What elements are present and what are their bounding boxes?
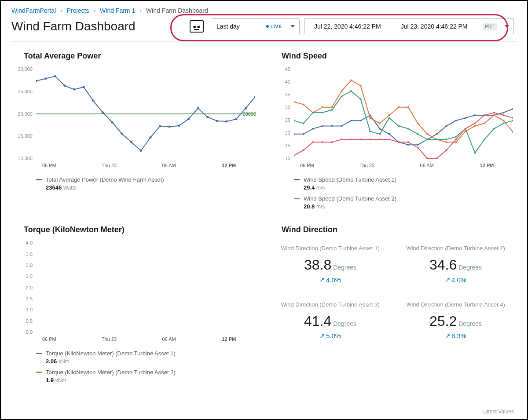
svg-point-54	[445, 125, 447, 127]
svg-point-83	[493, 114, 495, 116]
svg-point-94	[369, 131, 371, 132]
svg-rect-10	[198, 27, 199, 28]
svg-point-87	[303, 122, 304, 124]
svg-point-50	[407, 144, 409, 146]
card-title: Total Average Power	[24, 51, 259, 61]
chart-legend: Wind Speed (Demo Turbine Asset 1)29.4 m/…	[294, 176, 517, 214]
svg-rect-4	[198, 26, 199, 27]
svg-rect-11	[199, 27, 200, 28]
chevron-down-icon[interactable]	[500, 19, 513, 34]
svg-point-99	[417, 133, 418, 135]
svg-rect-1	[194, 26, 195, 27]
chevron-right-icon: ›	[139, 7, 142, 14]
chevron-right-icon: ›	[60, 7, 62, 14]
stat-tile: Wind Direction (Demo Turbine Asset 3)41.…	[272, 301, 389, 340]
time-range-absolute[interactable]: Jul 22, 2020 4:46:22 PM Jul 23, 2020 4:4…	[304, 18, 514, 34]
start-time: Jul 22, 2020 4:46:22 PM	[304, 23, 391, 30]
svg-point-84	[502, 120, 504, 121]
svg-point-124	[426, 157, 428, 159]
svg-point-114	[331, 141, 333, 143]
svg-point-119	[379, 139, 381, 140]
svg-point-30	[187, 118, 190, 120]
svg-point-22	[111, 121, 114, 124]
timezone-badge: PDT	[483, 23, 498, 30]
card-wind-direction: Wind Direction Wind Direction (Demo Turb…	[269, 224, 517, 387]
svg-point-42	[331, 125, 333, 127]
card-title: Wind Speed	[282, 51, 517, 61]
svg-point-41	[322, 125, 323, 127]
svg-point-32	[206, 116, 209, 118]
svg-point-105	[474, 152, 476, 154]
bar-chart-torque: 4.03.53.02.52.01.51.00.50.0 06 PMThu 230…	[11, 241, 259, 345]
svg-point-81	[474, 125, 476, 127]
svg-point-79	[455, 141, 457, 143]
svg-point-126	[445, 150, 447, 151]
svg-point-132	[502, 114, 504, 116]
svg-point-111	[303, 150, 304, 151]
chart-legend: Torque (KiloNewton Meter) (Demo Turbine …	[36, 350, 259, 387]
svg-point-74	[407, 106, 409, 108]
svg-point-51	[417, 144, 418, 146]
card-total-average-power: Total Average Power 30,00025,00020,00015…	[11, 51, 259, 214]
svg-point-113	[322, 141, 323, 143]
breadcrumb-link-projects[interactable]: Projects	[67, 7, 89, 14]
time-range-selector[interactable]: Last day LIVE	[211, 18, 300, 34]
svg-point-40	[312, 128, 314, 130]
breadcrumb-link-portal[interactable]: WindFarmPortal	[11, 7, 56, 14]
svg-point-101	[436, 139, 438, 140]
stat-grid: Wind Direction (Demo Turbine Asset 1)38.…	[269, 241, 517, 344]
svg-point-120	[388, 139, 390, 140]
svg-point-29	[178, 124, 180, 127]
svg-rect-12	[194, 29, 199, 30]
svg-point-88	[312, 112, 314, 113]
time-range-label: Last day	[211, 23, 266, 30]
svg-point-107	[493, 128, 495, 130]
svg-point-112	[312, 141, 314, 143]
svg-point-33	[216, 120, 218, 122]
svg-point-60	[502, 112, 504, 113]
svg-point-21	[102, 111, 104, 113]
svg-point-66	[331, 106, 333, 108]
svg-point-125	[436, 157, 438, 159]
svg-point-131	[493, 112, 495, 113]
svg-point-91	[341, 95, 342, 97]
svg-point-116	[350, 139, 352, 140]
svg-point-36	[245, 107, 247, 110]
svg-point-97	[398, 125, 400, 127]
chevron-down-icon[interactable]	[286, 19, 299, 34]
svg-rect-2	[195, 26, 196, 27]
svg-point-48	[388, 133, 390, 135]
svg-point-82	[484, 122, 485, 124]
svg-point-16	[54, 75, 56, 77]
line-chart-power: 30,00025,00020,00015,00010,000 20000 06 …	[11, 67, 259, 172]
svg-point-129	[474, 122, 476, 124]
card-wind-speed: Wind Speed 4540353025201510 06 PMThu 230…	[269, 51, 517, 214]
arrow-up-right-icon: ↗	[319, 332, 325, 340]
svg-point-47	[379, 128, 381, 130]
svg-rect-5	[199, 26, 200, 27]
arrow-up-right-icon: ↗	[445, 276, 451, 284]
svg-point-15	[44, 77, 47, 80]
svg-point-89	[322, 112, 323, 113]
svg-point-56	[465, 117, 466, 119]
page-title: Wind Farm Dashboard	[11, 19, 136, 33]
svg-point-55	[455, 120, 457, 121]
svg-point-98	[407, 128, 409, 130]
svg-point-68	[350, 80, 352, 81]
svg-point-93	[359, 98, 361, 100]
keyboard-icon[interactable]	[190, 20, 204, 33]
svg-point-44	[350, 120, 352, 121]
live-badge: LIVE	[266, 24, 282, 29]
svg-point-27	[159, 125, 161, 127]
line-chart-wind-speed: 4540353025201510 06 PMThu 2306 AM12 PM	[269, 67, 517, 172]
svg-point-130	[484, 114, 485, 116]
svg-point-53	[436, 133, 438, 135]
svg-point-115	[341, 139, 342, 140]
card-title: Torque (KiloNewton Meter)	[24, 225, 259, 234]
breadcrumb: WindFarmPortal › Projects › Wind Farm 1 …	[1, 1, 527, 17]
svg-point-72	[388, 114, 390, 116]
svg-point-106	[484, 139, 485, 140]
svg-point-35	[235, 118, 237, 120]
breadcrumb-link-windfarm1[interactable]: Wind Farm 1	[100, 7, 135, 14]
svg-rect-3	[197, 26, 198, 27]
